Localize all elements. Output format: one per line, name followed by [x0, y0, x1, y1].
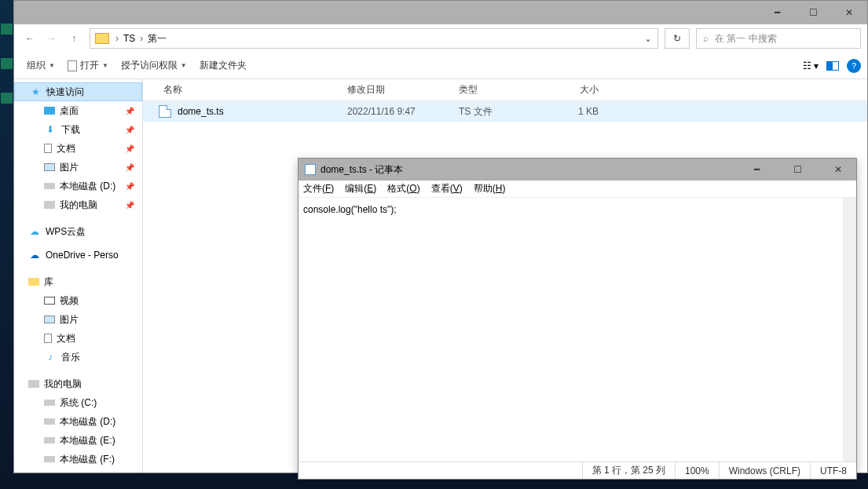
- col-date[interactable]: 修改日期: [347, 83, 459, 97]
- menu-view[interactable]: 查看(V): [431, 182, 463, 195]
- pin-icon: 📌: [125, 126, 134, 134]
- back-button[interactable]: ←: [20, 29, 39, 48]
- refresh-button[interactable]: ↻: [665, 28, 690, 49]
- document-icon: [44, 334, 52, 343]
- sidebar-drive-f[interactable]: 本地磁盘 (F:): [14, 450, 142, 469]
- view-options-icon[interactable]: ☷ ▾: [803, 60, 819, 71]
- col-type[interactable]: 类型: [459, 83, 551, 97]
- notepad-titlebar[interactable]: dome_ts.ts - 记事本 ━ ☐ ✕: [298, 159, 856, 181]
- pin-icon: 📌: [125, 201, 134, 210]
- cloud-icon: ☁: [28, 225, 41, 238]
- notepad-menubar: 文件(F) 编辑(E) 格式(O) 查看(V) 帮助(H): [298, 181, 856, 198]
- drive-icon: [44, 437, 55, 443]
- document-icon: [68, 60, 77, 71]
- document-icon: [44, 144, 52, 153]
- pin-icon: 📌: [125, 144, 134, 153]
- library-icon: [28, 278, 39, 286]
- desktop-icon: [44, 107, 55, 115]
- sidebar-quick-access[interactable]: ★快速访问: [14, 82, 142, 101]
- sidebar-library[interactable]: 库: [14, 272, 142, 291]
- sidebar-lib-pictures[interactable]: 图片: [14, 310, 142, 329]
- sidebar-desktop[interactable]: 桌面📌: [14, 101, 142, 120]
- ts-file-icon: [159, 105, 171, 118]
- scrollbar[interactable]: [843, 198, 856, 462]
- pc-icon: [44, 201, 55, 209]
- forward-button[interactable]: →: [42, 29, 61, 48]
- editor-content: console.log("hello ts");: [303, 204, 397, 215]
- open-menu[interactable]: 打开▼: [61, 59, 115, 72]
- chevron-right-icon: ›: [114, 33, 120, 44]
- nav-row: ← → ↑ › TS › 第一 ⌄ ↻ ⌕ 在 第一 中搜索: [14, 24, 867, 53]
- grant-access-menu[interactable]: 授予访问权限▼: [115, 59, 193, 72]
- picture-icon: [44, 163, 55, 171]
- help-icon[interactable]: ?: [847, 59, 861, 73]
- sidebar-pictures[interactable]: 图片📌: [14, 158, 142, 177]
- sidebar-drive-e[interactable]: 本地磁盘 (E:): [14, 431, 142, 450]
- picture-icon: [44, 316, 55, 323]
- file-name: dome_ts.ts: [178, 106, 347, 117]
- explorer-titlebar[interactable]: ━ ☐ ✕: [14, 1, 867, 24]
- breadcrumb-first[interactable]: 第一: [145, 32, 170, 46]
- sidebar-onedrive[interactable]: ☁OneDrive - Perso: [14, 246, 142, 265]
- menu-edit[interactable]: 编辑(E): [345, 182, 376, 195]
- col-name[interactable]: 名称: [143, 83, 347, 97]
- pin-icon: 📌: [125, 182, 134, 191]
- sidebar-drive-c[interactable]: 系统 (C:): [14, 393, 142, 412]
- preview-pane-icon[interactable]: [826, 61, 839, 71]
- folder-icon: [95, 33, 109, 44]
- sidebar-drive-d[interactable]: 本地磁盘 (D:): [14, 412, 142, 431]
- music-icon: ♪: [44, 351, 57, 363]
- status-position: 第 1 行，第 25 列: [582, 462, 675, 479]
- status-encoding: UTF-8: [810, 462, 856, 479]
- video-icon: [44, 297, 55, 305]
- status-eol: Windows (CRLF): [719, 462, 810, 479]
- column-header-row: 名称 修改日期 类型 大小: [143, 79, 867, 101]
- drive-icon: [44, 400, 55, 406]
- file-date: 2022/11/16 9:47: [347, 106, 459, 117]
- up-button[interactable]: ↑: [64, 29, 83, 48]
- close-button[interactable]: ✕: [831, 1, 867, 24]
- search-icon: ⌕: [703, 33, 709, 44]
- sidebar-wps[interactable]: ☁WPS云盘: [14, 222, 142, 241]
- sidebar-downloads[interactable]: ⬇下载📌: [14, 120, 142, 139]
- drive-icon: [44, 418, 55, 425]
- notepad-title: dome_ts.ts - 记事本: [320, 163, 403, 177]
- star-icon: ★: [29, 86, 42, 98]
- menu-format[interactable]: 格式(O): [387, 182, 419, 195]
- status-bar: 第 1 行，第 25 列 100% Windows (CRLF) UTF-8: [298, 462, 856, 479]
- desktop-edge: [0, 0, 13, 489]
- sidebar-documents[interactable]: 文档📌: [14, 139, 142, 158]
- minimize-button[interactable]: ━: [738, 158, 775, 181]
- address-dropdown[interactable]: ⌄: [639, 33, 657, 44]
- breadcrumb-ts[interactable]: TS: [120, 33, 138, 44]
- sidebar-lib-music[interactable]: ♪音乐: [14, 348, 142, 367]
- pin-icon: 📌: [125, 163, 134, 172]
- sidebar-thispc-quick[interactable]: 我的电脑📌: [14, 195, 142, 214]
- drive-icon: [44, 456, 55, 462]
- pc-icon: [28, 380, 39, 388]
- minimize-button[interactable]: ━: [759, 1, 795, 24]
- sidebar: ★快速访问 桌面📌 ⬇下载📌 文档📌 图片📌 本地磁盘 (D:)📌 我的电脑📌 …: [14, 79, 143, 473]
- editor-area[interactable]: console.log("hello ts");: [298, 198, 856, 462]
- menu-help[interactable]: 帮助(H): [474, 182, 506, 195]
- search-input[interactable]: ⌕ 在 第一 中搜索: [696, 28, 861, 49]
- notepad-window: dome_ts.ts - 记事本 ━ ☐ ✕ 文件(F) 编辑(E) 格式(O)…: [298, 158, 857, 480]
- sidebar-thispc[interactable]: 我的电脑: [14, 374, 142, 393]
- sidebar-lib-video[interactable]: 视频: [14, 291, 142, 310]
- organize-menu[interactable]: 组织▼: [20, 59, 61, 72]
- download-icon: ⬇: [44, 123, 57, 136]
- col-size[interactable]: 大小: [551, 83, 599, 97]
- maximize-button[interactable]: ☐: [779, 158, 815, 181]
- menu-file[interactable]: 文件(F): [303, 182, 334, 195]
- cloud-icon: ☁: [28, 249, 41, 261]
- sidebar-disk-d[interactable]: 本地磁盘 (D:)📌: [14, 177, 142, 195]
- new-folder-button[interactable]: 新建文件夹: [193, 59, 253, 72]
- chevron-right-icon: ›: [138, 33, 145, 44]
- file-type: TS 文件: [459, 105, 551, 119]
- table-row[interactable]: dome_ts.ts 2022/11/16 9:47 TS 文件 1 KB: [143, 101, 867, 122]
- notepad-icon: [305, 164, 316, 175]
- maximize-button[interactable]: ☐: [795, 1, 831, 24]
- sidebar-lib-docs[interactable]: 文档: [14, 329, 142, 348]
- close-button[interactable]: ✕: [820, 158, 856, 181]
- address-bar[interactable]: › TS › 第一 ⌄: [90, 28, 658, 49]
